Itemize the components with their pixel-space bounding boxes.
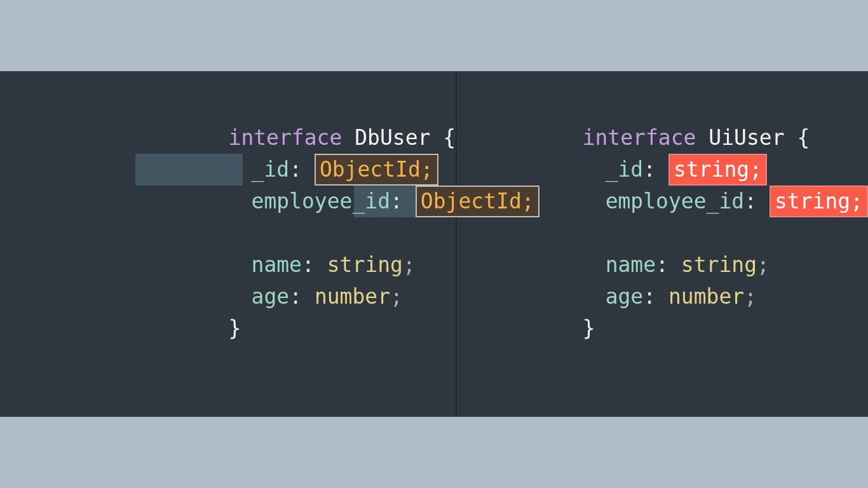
colon: : xyxy=(302,252,315,277)
type-name: DbUser xyxy=(355,125,430,150)
code-line: _id: string; xyxy=(583,154,868,186)
code-line: name: string; xyxy=(229,249,539,281)
code-line: age: number; xyxy=(229,281,539,313)
type-highlight-string: string; xyxy=(770,186,868,217)
code-line: _id: ObjectId; xyxy=(229,154,539,186)
type-number: number xyxy=(668,284,744,309)
brace-open: { xyxy=(797,125,810,150)
keyword-interface: interface xyxy=(583,125,696,150)
colon: : xyxy=(643,157,656,182)
colon: : xyxy=(289,157,302,182)
brace-close: } xyxy=(583,316,595,341)
code-line: } xyxy=(229,313,539,344)
code-line: name: string; xyxy=(583,249,868,281)
brace-close: } xyxy=(229,316,241,341)
semicolon: ; xyxy=(390,284,403,309)
property-name: employee_id xyxy=(606,189,745,214)
left-code-pane: interface DbUser { _id: ObjectId; employ… xyxy=(198,71,539,417)
colon: : xyxy=(390,189,403,214)
type-name: UiUser xyxy=(709,125,784,150)
type-string: string xyxy=(681,252,757,277)
code-line: interface UiUser { xyxy=(583,122,868,154)
code-line: } xyxy=(583,313,868,344)
type-highlight-objectid: ObjectId; xyxy=(315,154,438,186)
brace-open: { xyxy=(443,125,456,150)
diff-strip-1 xyxy=(135,154,243,186)
property-name: name xyxy=(252,252,302,277)
property-name: employee_id xyxy=(252,189,391,214)
type-highlight-string: string; xyxy=(668,154,767,186)
property-name: age xyxy=(252,284,290,309)
property-name: _id xyxy=(606,157,644,182)
colon: : xyxy=(656,252,668,277)
type-number: number xyxy=(315,284,390,309)
semicolon: ; xyxy=(403,252,416,277)
property-name: age xyxy=(606,284,644,309)
right-code-pane: interface UiUser { _id: string; employee… xyxy=(539,71,868,417)
keyword-interface: interface xyxy=(229,125,342,150)
property-name: _id xyxy=(252,157,290,182)
semicolon: ; xyxy=(744,284,757,309)
colon: : xyxy=(643,284,656,309)
type-highlight-objectid: ObjectId; xyxy=(416,186,539,217)
colon: : xyxy=(289,284,302,309)
code-line: age: number; xyxy=(583,281,868,313)
blank-line xyxy=(229,217,539,249)
code-comparison-stage: interface DbUser { _id: ObjectId; employ… xyxy=(0,71,868,417)
code-line: interface DbUser { xyxy=(229,122,539,154)
colon: : xyxy=(744,189,757,214)
type-string: string xyxy=(327,252,403,277)
code-line: employee_id: string; xyxy=(583,186,868,217)
blank-line xyxy=(583,217,868,249)
semicolon: ; xyxy=(757,252,770,277)
property-name: name xyxy=(606,252,656,277)
code-line: employee_id: ObjectId; xyxy=(229,186,539,217)
